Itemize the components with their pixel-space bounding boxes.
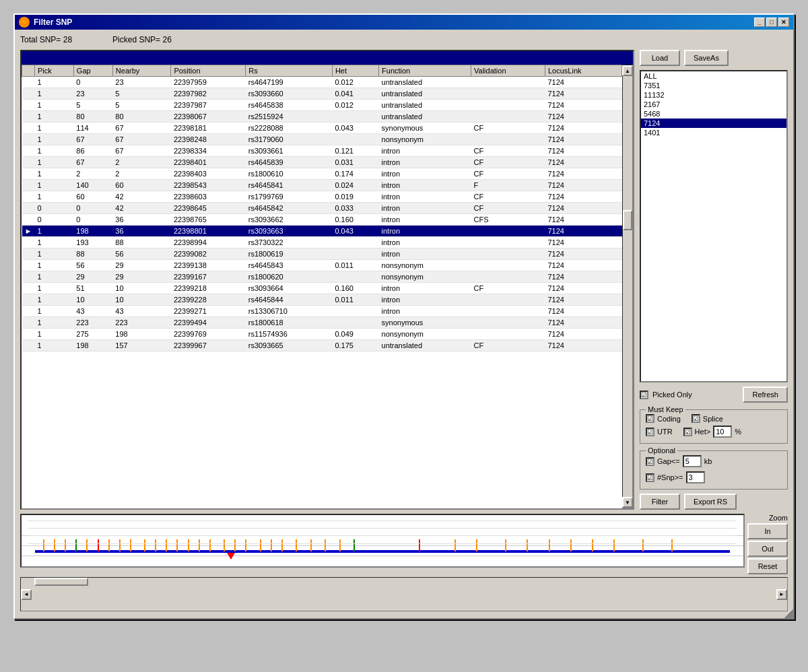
table-row[interactable]: 1 275 198 22399769 rs11574936 0.049 nons…	[22, 329, 622, 340]
minimize-button[interactable]: _	[754, 18, 765, 27]
reset-button[interactable]: Reset	[747, 558, 788, 574]
scroll-up-btn[interactable]: ▲	[622, 65, 633, 76]
row-het: 0.043	[332, 226, 378, 237]
genome-grid-line	[28, 543, 737, 544]
close-button[interactable]: ✕	[778, 18, 789, 27]
row-het	[332, 111, 378, 123]
save-as-button[interactable]: SaveAs	[684, 50, 729, 66]
row-function: synonymous	[379, 123, 471, 134]
listbox-item[interactable]: 5468	[641, 109, 786, 119]
main-area: Pick Gap Nearby Position Rs Het Function…	[20, 50, 788, 510]
table-row[interactable]: 1 114 67 22398181 rs2228088 0.043 synony…	[22, 123, 622, 134]
row-nearby: 198	[112, 329, 171, 340]
het-checkbox[interactable]: ☑	[683, 428, 692, 436]
load-button[interactable]: Load	[640, 50, 680, 66]
table-row[interactable]: 1 0 23 22397959 rs4647199 0.012 untransl…	[22, 77, 622, 88]
listbox-item[interactable]: 7124	[641, 119, 786, 128]
table-row[interactable]: 1 193 88 22398994 rs3730322 intron 7124	[22, 237, 622, 248]
col-het[interactable]: Het	[332, 65, 378, 77]
snp-checkbox[interactable]: ☑	[646, 473, 654, 482]
gap-checkbox[interactable]: ☑	[646, 457, 654, 466]
listbox-item[interactable]: 1401	[641, 128, 786, 137]
table-row[interactable]: 1 60 42 22398603 rs1799769 0.019 intron …	[22, 191, 622, 203]
row-validation: CF	[471, 168, 545, 180]
table-row[interactable]: 1 43 43 22399271 rs13306710 intron 7124	[22, 306, 622, 317]
picked-only-checkbox[interactable]: ☑	[640, 391, 648, 399]
col-nearby[interactable]: Nearby	[112, 65, 171, 77]
export-rs-button[interactable]: Export RS	[684, 494, 737, 510]
genome-grid-line	[28, 520, 737, 521]
table-row[interactable]: 1 198 157 22399967 rs3093665 0.175 untra…	[22, 340, 622, 351]
snp-marker	[296, 539, 297, 551]
coding-checkbox[interactable]: ☑	[646, 414, 654, 423]
table-scrollbar-v[interactable]: ▲ ▼	[622, 65, 633, 508]
listbox-item[interactable]: ALL	[641, 71, 786, 81]
scroll-right-btn[interactable]: ►	[776, 589, 787, 600]
utr-checkbox[interactable]: ☑	[646, 428, 654, 436]
table-row[interactable]: 1 86 67 22398334 rs3093661 0.121 intron …	[22, 145, 622, 157]
table-row[interactable]: 0 0 42 22398645 rs4645842 0.033 intron C…	[22, 203, 622, 214]
col-function[interactable]: Function	[379, 65, 471, 77]
row-arrow	[22, 100, 35, 111]
snp-marker	[613, 539, 615, 551]
col-locuslink[interactable]: LocusLink	[545, 65, 621, 77]
row-rs: rs2228088	[246, 123, 333, 134]
snp-value-input[interactable]	[686, 471, 705, 483]
maximize-button[interactable]: □	[766, 18, 777, 27]
row-het: 0.024	[332, 180, 378, 191]
table-row[interactable]: 1 2 2 22398403 rs1800610 0.174 intron CF…	[22, 168, 622, 180]
picked-only-label: Picked Only	[652, 391, 692, 399]
filter-button[interactable]: Filter	[640, 494, 680, 510]
scroll-thumb-v[interactable]	[623, 210, 632, 230]
table-row[interactable]: 1 88 56 22399082 rs1800619 intron 7124	[22, 248, 622, 260]
refresh-button[interactable]: Refresh	[743, 387, 788, 403]
row-position: 22398765	[171, 214, 246, 226]
table-row[interactable]: 1 29 29 22399167 rs1800620 nonsynonym 71…	[22, 271, 622, 283]
gap-value-input[interactable]	[683, 455, 702, 467]
snp-marker	[209, 539, 211, 551]
zoom-in-button[interactable]: In	[747, 523, 788, 539]
table-row[interactable]: 0 0 36 22398765 rs3093662 0.160 intron C…	[22, 214, 622, 226]
locus-listbox[interactable]: ALL7351111322167546871241401	[640, 70, 788, 382]
main-window: 🔶 Filter SNP _ □ ✕ Total SNP= 28 Picked …	[13, 13, 795, 619]
listbox-item[interactable]: 11132	[641, 90, 786, 100]
genome-grid-line	[28, 535, 737, 536]
table-row[interactable]: 1 10 10 22399228 rs4645844 0.011 intron …	[22, 294, 622, 306]
scroll-down-btn[interactable]: ▼	[622, 497, 633, 508]
genome-scrollbar-h[interactable]: ◄ ►	[20, 577, 788, 611]
listbox-item[interactable]: 7351	[641, 81, 786, 90]
table-row[interactable]: 1 67 2 22398401 rs4645839 0.031 intron C…	[22, 157, 622, 168]
col-gap[interactable]: Gap	[73, 65, 112, 77]
col-rs[interactable]: Rs	[246, 65, 333, 77]
scroll-left-btn[interactable]: ◄	[21, 589, 32, 600]
table-row[interactable]: 1 23 5 22397982 rs3093660 0.041 untransl…	[22, 88, 622, 100]
row-nearby: 5	[112, 100, 171, 111]
col-validation[interactable]: Validation	[471, 65, 545, 77]
row-pick: 0	[34, 203, 73, 214]
scroll-thumb-h[interactable]	[34, 578, 88, 586]
row-validation	[471, 77, 545, 88]
col-position[interactable]: Position	[171, 65, 246, 77]
table-row[interactable]: 1 140 60 22398543 rs4645841 0.024 intron…	[22, 180, 622, 191]
row-locuslink: 7124	[545, 306, 621, 317]
table-row[interactable]: 1 5 5 22397987 rs4645838 0.012 untransla…	[22, 100, 622, 111]
resize-handle[interactable]	[784, 609, 793, 618]
row-het	[332, 317, 378, 329]
table-row[interactable]: 1 223 223 22399494 rs1800618 synonymous …	[22, 317, 622, 329]
zoom-out-button[interactable]: Out	[747, 541, 788, 557]
table-scroll-area[interactable]: Pick Gap Nearby Position Rs Het Function…	[22, 65, 622, 508]
col-pick[interactable]: Pick	[34, 65, 73, 77]
het-value-input[interactable]	[713, 426, 732, 438]
table-row[interactable]: 1 80 80 22398067 rs2515924 untranslated …	[22, 111, 622, 123]
splice-checkbox[interactable]: ☑	[692, 414, 700, 423]
row-het: 0.011	[332, 260, 378, 271]
table-row[interactable]: 1 56 29 22399138 rs4645843 0.011 nonsyno…	[22, 260, 622, 271]
table-row[interactable]: 1 67 67 22398248 rs3179060 nonsynonym 71…	[22, 134, 622, 145]
row-locuslink: 7124	[545, 180, 621, 191]
table-row[interactable]: 1 51 10 22399218 rs3093664 0.160 intron …	[22, 283, 622, 294]
table-row[interactable]: ► 1 198 36 22398801 rs3093663 0.043 intr…	[22, 226, 622, 237]
splice-label: Splice	[703, 415, 723, 423]
row-validation: CF	[471, 123, 545, 134]
listbox-item[interactable]: 2167	[641, 100, 786, 109]
genome-view[interactable]	[20, 514, 745, 568]
